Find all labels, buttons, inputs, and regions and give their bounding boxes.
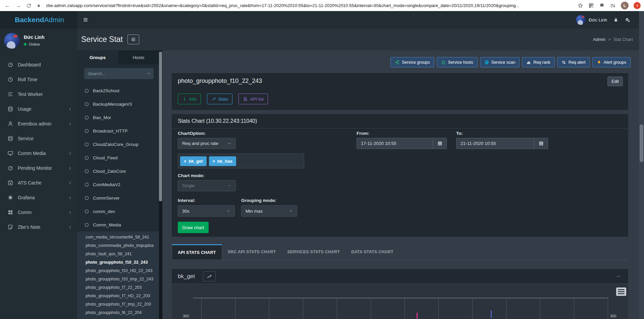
remove-tag-icon[interactable]: × xyxy=(184,159,186,164)
to-calendar-button[interactable] xyxy=(534,138,548,149)
tab-src-api-stats-chart[interactable]: SRC API STATS CHART xyxy=(222,244,282,260)
sidebar-item-grafana[interactable]: Grafana xyxy=(0,190,77,205)
draw-chart-button[interactable]: Draw chart xyxy=(178,222,209,233)
page-scrollbar-thumb[interactable] xyxy=(640,124,643,162)
collapse-icon[interactable] xyxy=(616,274,621,279)
service-item-photo-groupphoto-f10-tmp-22-243[interactable]: photo_groupphoto_f10_tmp_22_243 xyxy=(77,275,159,283)
playlist-extension-icon[interactable] xyxy=(610,3,616,9)
group-item-backupmessagev3[interactable]: BackupMessageV3 xyxy=(77,97,159,111)
from-label: From: xyxy=(357,131,369,136)
group-list: Back2SchoolBackupMessageV3Bao_MoiBroadca… xyxy=(77,84,159,231)
sidebar-item-comm-media[interactable]: Comm Media xyxy=(0,146,77,161)
navbar-user-menu[interactable]: Đức Linh xyxy=(576,15,607,25)
service-item-photo-groupphoto-f7-tmp-22-203[interactable]: photo_groupphoto_f7_tmp_22_203 xyxy=(77,300,159,309)
group-item-broadcast-http[interactable]: Broadcast_HTTP xyxy=(77,124,159,138)
extensions-puzzle-icon[interactable] xyxy=(599,3,605,8)
service-scan-button[interactable]: Service scan xyxy=(480,57,520,67)
service-item-photo-groupphoto-f8-22-204[interactable]: photo_groupphoto_f8_22_204 xyxy=(77,309,159,317)
group-label: Broadcast_HTTP xyxy=(93,128,128,134)
from-date-input[interactable]: 17-11-2020 10:55 xyxy=(357,138,433,149)
group-item-cloudzalocore-group[interactable]: CloudZaloCore_Group xyxy=(77,138,159,151)
tab-groups[interactable]: Groups xyxy=(77,50,118,64)
remove-tag-icon[interactable]: × xyxy=(213,159,215,164)
to-date-input[interactable]: 21-11-2020 10:55 xyxy=(457,138,534,149)
chart-type-button[interactable] xyxy=(203,271,216,281)
sidebar-user-name: Đức Linh xyxy=(24,35,44,40)
search-icon[interactable] xyxy=(148,71,150,76)
stats-chart-panel: Stats Chart (10.30.22.243:11040) ChartOp… xyxy=(172,114,628,237)
sidebar-item-usage[interactable]: Usage xyxy=(0,102,77,116)
chevron-left-icon xyxy=(68,166,72,170)
service-item-photo-groupphoto-f10-hd-22-243[interactable]: photo_groupphoto_f10_HD_22_243 xyxy=(77,267,159,275)
update-extension-icon[interactable] xyxy=(634,2,641,9)
api-list-button[interactable]: API list xyxy=(238,94,268,104)
breadcrumb-admin[interactable]: Admin xyxy=(593,37,605,42)
sidebar-toggle-icon[interactable] xyxy=(77,11,94,29)
group-item-commediav2[interactable]: ComMediaV2 xyxy=(77,178,159,191)
sidebar-item-zbe-s-note[interactable]: Zbe's Note xyxy=(0,220,77,234)
bookmark-star-icon[interactable] xyxy=(578,3,583,8)
sidebar-item-ats-cache[interactable]: ATS Cache xyxy=(0,175,77,190)
service-item-photo-groupphoto-f8-hd-22-204[interactable]: photo_groupphoto_f8_HD_22_204 xyxy=(77,317,159,319)
sidebar-item-service[interactable]: Service xyxy=(0,131,77,146)
service-item-photo-groupphoto-f7-hd-22-203[interactable]: photo_groupphoto_f7_HD_22_203 xyxy=(77,292,159,300)
tree-scrollbar-thumb[interactable] xyxy=(159,52,162,201)
tree-scrollbar[interactable] xyxy=(159,50,162,319)
service-hosts-button[interactable]: Service hosts xyxy=(437,57,478,67)
search-input[interactable] xyxy=(88,71,148,76)
settings-cogs-icon[interactable] xyxy=(625,17,631,23)
sidebar-item-dashboard[interactable]: Dashboard xyxy=(0,57,77,72)
service-item-com-media-strcounter64-58-241[interactable]: com_media_strcounter64_58_241 xyxy=(77,233,159,242)
url-bar[interactable]: zbe.admin.zaloapp.com/service/stat?first… xyxy=(46,3,573,8)
tab-data-stats-chart[interactable]: DATA STATS CHART xyxy=(345,244,399,260)
lock-icon[interactable] xyxy=(613,17,619,22)
sidebar-item-roll-time[interactable]: Roll Time xyxy=(0,72,77,87)
group-item-commserver[interactable]: CommServer xyxy=(77,191,159,205)
sidebar-item-comm[interactable]: Comm xyxy=(0,205,77,220)
sidebar-item-eventbus-admin[interactable]: Eventbus admin xyxy=(0,116,77,131)
tree-toggle-button[interactable] xyxy=(127,35,139,44)
grouping-mode-select[interactable]: Min max xyxy=(241,205,297,217)
chart-context-menu-icon[interactable] xyxy=(616,287,626,296)
ssl-lock-icon xyxy=(37,3,41,8)
group-item-cloud-zalocore[interactable]: Cloud_ZaloCore xyxy=(77,164,159,178)
group-item-back2school[interactable]: Back2School xyxy=(77,84,159,97)
interval-select[interactable]: 30s xyxy=(178,205,235,217)
group-item-cloud-feed[interactable]: Cloud_Feed xyxy=(77,151,159,164)
chart-option-select[interactable]: Req and proc rate xyxy=(178,138,236,149)
content-header: Service Stat Admin > Stat Chart xyxy=(77,29,639,50)
browser-profile-avatar[interactable]: L xyxy=(621,2,629,9)
tab-api-stats-chart[interactable]: API STATS CHART xyxy=(172,244,222,260)
tag-bk-has[interactable]: ×bk_has xyxy=(209,156,236,166)
qr-code-icon[interactable] xyxy=(588,3,594,8)
database-icon xyxy=(7,106,13,112)
browser-back-icon[interactable]: ← xyxy=(5,3,10,8)
sidebar-item-test-worker[interactable]: Test Worker xyxy=(0,87,77,102)
tab-hosts[interactable]: Hosts xyxy=(118,50,159,64)
brand-logo[interactable]: BackendAdmin xyxy=(0,11,77,29)
tab-services-stats-chart[interactable]: SERVICES STATS CHART xyxy=(282,244,346,260)
tag-bk-get[interactable]: ×bk_get xyxy=(180,156,207,166)
req-alert-button[interactable]: Req alert xyxy=(557,57,590,67)
api-tags-input[interactable]: ×bk_get×bk_has xyxy=(178,154,304,168)
service-item-photo-commmedia-photo-tmpuploa[interactable]: photo_commmedia_photo_tmpuploa xyxy=(77,242,159,250)
group-item-bao-moi[interactable]: Bao_Moi xyxy=(77,111,159,124)
sidebar-user-panel: Đức Linh Online xyxy=(0,29,77,53)
req-rank-button[interactable]: Req rank xyxy=(522,57,555,67)
service-item-photo-groupphoto-f7-22-203[interactable]: photo_groupphoto_f7_22_203 xyxy=(77,283,159,292)
service-groups-button[interactable]: Service groups xyxy=(390,57,434,67)
browser-reload-icon[interactable] xyxy=(26,3,32,8)
sidebar-item-pending-monitor[interactable]: Pending Monitor xyxy=(0,161,77,175)
group-item-comm-media[interactable]: Comm_Media xyxy=(77,218,159,231)
group-item-comm-dev[interactable]: comm_dev xyxy=(77,205,159,218)
from-calendar-button[interactable] xyxy=(433,138,446,149)
line-chart-icon xyxy=(211,97,216,101)
browser-forward-icon[interactable]: → xyxy=(15,3,21,8)
page-scrollbar[interactable] xyxy=(639,11,644,319)
alert-groups-button[interactable]: Alert groups xyxy=(592,57,631,67)
edit-button[interactable]: Edit xyxy=(607,76,623,86)
stats-button[interactable]: Stats xyxy=(207,94,233,104)
info-button[interactable]: Info xyxy=(178,94,201,104)
service-item-photo-groupphoto-f10-22-243[interactable]: photo_groupphoto_f10_22_243 xyxy=(77,258,159,267)
service-item-photo-fault-qos-58-241[interactable]: photo_fault_qos_58_241 xyxy=(77,250,159,258)
